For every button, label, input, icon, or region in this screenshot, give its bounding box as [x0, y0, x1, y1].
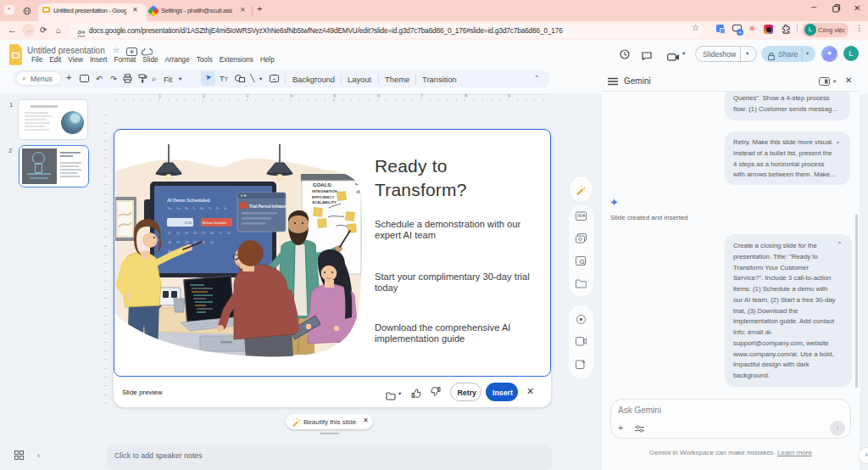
- svg-text:Sun: Sun: [176, 207, 181, 210]
- svg-text:16: 16: [210, 232, 214, 235]
- svg-text:13: 13: [185, 232, 188, 235]
- svg-text:21:00: 21:00: [185, 221, 192, 225]
- svg-text:Trial Period Initiated: Trial Period Initiated: [249, 204, 287, 209]
- svg-text:21: 21: [227, 232, 231, 235]
- svg-text:Fri: Fri: [216, 207, 220, 210]
- svg-text:Sa: Sa: [224, 207, 227, 210]
- svg-text:SCALABILITY: SCALABILITY: [312, 200, 337, 204]
- svg-text:EFFICIENCY: EFFICIENCY: [312, 195, 334, 199]
- svg-text:19: 19: [176, 241, 180, 244]
- svg-text:AI Demo Scheduled: AI Demo Scheduled: [203, 221, 226, 225]
- svg-text:GOALS:: GOALS:: [313, 182, 332, 187]
- svg-text:Th: Th: [209, 207, 212, 210]
- svg-text:Mo: Mo: [185, 207, 188, 210]
- svg-text:Sat: Sat: [168, 207, 172, 210]
- svg-text:AI Demo Scheduled: AI Demo Scheduled: [167, 198, 210, 203]
- svg-text:17: 17: [219, 232, 222, 235]
- svg-text:18: 18: [168, 241, 171, 244]
- svg-text:23: 23: [185, 241, 188, 244]
- svg-text:14: 14: [193, 232, 197, 235]
- svg-text:24: 24: [210, 241, 214, 244]
- svg-text:We: We: [200, 207, 204, 210]
- svg-text:Tu: Tu: [192, 207, 196, 210]
- svg-text:12: 12: [176, 232, 180, 235]
- svg-text:15: 15: [202, 232, 205, 235]
- svg-text:11: 11: [168, 232, 171, 235]
- svg-text:INTEGRATION,: INTEGRATION,: [312, 189, 338, 193]
